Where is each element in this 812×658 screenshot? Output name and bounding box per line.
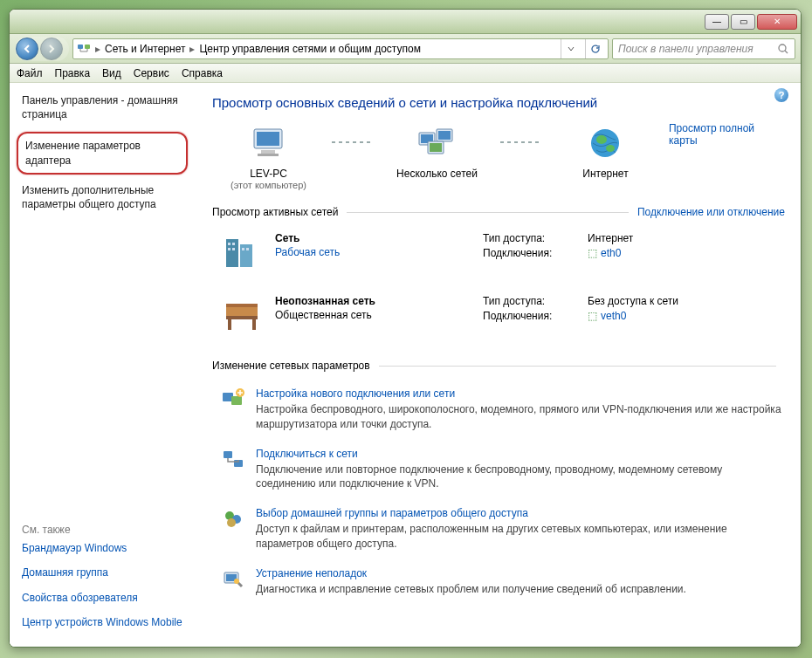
svg-rect-17 [240,244,252,267]
breadcrumb-item[interactable]: Сеть и Интернет [105,43,185,55]
close-button[interactable]: ✕ [757,14,797,30]
option-connect-network[interactable]: Подключиться к сетиПодключение или повто… [212,441,785,501]
refresh-button[interactable] [585,39,604,58]
new-connection-icon [221,387,245,412]
search-icon [777,43,789,55]
section-title: Просмотр активных сетей [212,206,338,218]
connect-disconnect-link[interactable]: Подключение или отключение [637,206,785,218]
nic-icon: ⬚ [588,310,597,322]
view-full-map-link[interactable]: Просмотр полной карты [669,122,785,147]
connections-label: Подключения: [483,247,588,259]
svg-rect-30 [231,396,242,405]
menu-tools[interactable]: Сервис [134,67,169,79]
highlight-box: Изменение параметров адаптера [17,132,188,174]
network-entry: Неопознанная сеть Общественная сеть Тип … [212,290,785,353]
connection-link[interactable]: eth0 [601,247,621,259]
search-input[interactable]: Поиск в панели управления [612,38,795,59]
map-internet-label: Интернет [549,168,662,180]
sidebar-mobile-center[interactable]: Центр устройств Windows Mobile [22,615,184,629]
svg-point-39 [234,579,239,584]
homegroup-icon [221,507,245,531]
arrow-right-icon [47,45,56,53]
svg-rect-4 [257,132,279,146]
access-type-value: Без доступа к сети [588,295,678,307]
svg-rect-22 [242,248,244,250]
work-network-icon [221,232,263,274]
option-desc: Диагностика и исправление сетевых пробле… [256,582,686,597]
map-internet: Интернет [549,122,662,180]
network-map: LEV-PC (этот компьютер) Несколько сетей … [212,122,785,190]
network-type-link[interactable]: Рабочая сеть [275,246,340,258]
svg-rect-18 [228,243,231,245]
sidebar-firewall[interactable]: Брандмауэр Windows [22,541,184,555]
svg-rect-10 [438,131,451,140]
sidebar-adapter-settings[interactable]: Изменение параметров адаптера [25,139,179,167]
sidebar-homegroup[interactable]: Домашняя группа [22,565,184,579]
map-networks: Несколько сетей [381,122,493,180]
option-title: Настройка нового подключения или сети [256,387,785,400]
map-connector [500,141,542,143]
option-desc: Настройка беспроводного, широкополосного… [256,402,785,432]
map-connector [332,141,374,143]
sidebar-home[interactable]: Панель управления - домашняя страница [22,93,184,121]
minimize-button[interactable]: — [705,14,729,30]
map-networks-label: Несколько сетей [381,168,493,180]
troubleshoot-icon [221,567,245,592]
globe-icon [584,122,626,164]
svg-point-2 [779,45,786,51]
breadcrumb-sep: ▸ [93,43,103,55]
map-pc-name: LEV-PC [212,168,325,180]
chevron-down-icon [568,45,575,52]
svg-point-14 [596,135,607,144]
computer-icon [247,122,289,164]
network-name: Неопознанная сеть [275,295,375,307]
menu-file[interactable]: Файл [17,67,43,79]
forward-button[interactable] [40,38,63,60]
svg-rect-19 [232,243,235,245]
titlebar: — ▭ ✕ [10,10,801,34]
sidebar-browser-props[interactable]: Свойства обозревателя [22,591,184,605]
menu-view[interactable]: Вид [102,67,121,79]
multi-network-icon [416,122,458,164]
menu-help[interactable]: Справка [182,67,223,79]
breadcrumb-item[interactable]: Центр управления сетями и общим доступом [199,43,421,55]
svg-rect-1 [85,45,90,49]
map-this-pc: LEV-PC (этот компьютер) [212,122,325,190]
option-new-connection[interactable]: Настройка нового подключения или сетиНас… [212,380,785,441]
svg-point-13 [591,129,619,157]
option-desc: Подключение или повторное подключение к … [256,463,785,492]
menu-edit[interactable]: Правка [55,67,91,79]
svg-rect-26 [228,319,231,330]
network-type-text: Общественная сеть [275,309,372,321]
access-type-value: Интернет [588,232,633,244]
sidebar: Панель управления - домашняя страница Из… [10,83,193,647]
menu-bar: Файл Правка Вид Сервис Справка [10,64,801,83]
help-button[interactable]: ? [774,88,788,102]
sidebar-sharing-settings[interactable]: Изменить дополнительные параметры общего… [22,183,184,211]
svg-rect-5 [261,150,275,154]
maximize-button[interactable]: ▭ [731,14,755,30]
control-panel-window: — ▭ ✕ ▸ Сеть и Интернет ▸ Центр управлен… [9,9,802,648]
option-title: Выбор домашней группы и параметров общег… [256,507,785,519]
section-active-networks: Просмотр активных сетей Подключение или … [212,206,785,218]
network-sharing-icon [77,42,91,56]
search-placeholder: Поиск в панели управления [618,43,754,55]
nic-icon: ⬚ [588,247,597,259]
option-desc: Доступ к файлам и принтерам, расположенн… [256,522,785,552]
public-network-icon [221,295,263,337]
option-troubleshoot[interactable]: Устранение неполадокДиагностика и исправ… [212,560,785,606]
connection-link[interactable]: veth0 [601,310,626,322]
map-pc-sub: (этот компьютер) [212,180,325,190]
main-content: ? Просмотр основных сведений о сети и на… [193,83,801,647]
access-type-label: Тип доступа: [483,232,588,244]
option-homegroup[interactable]: Выбор домашней группы и параметров общег… [212,500,785,560]
address-bar: ▸ Сеть и Интернет ▸ Центр управления сет… [10,34,801,64]
dropdown-button[interactable] [561,39,580,58]
refresh-icon [590,44,601,54]
address-field[interactable]: ▸ Сеть и Интернет ▸ Центр управления сет… [72,38,609,59]
connections-label: Подключения: [483,310,588,322]
back-button[interactable] [16,38,38,60]
option-title: Подключиться к сети [256,448,785,460]
svg-rect-20 [228,248,231,250]
svg-rect-23 [246,248,249,250]
